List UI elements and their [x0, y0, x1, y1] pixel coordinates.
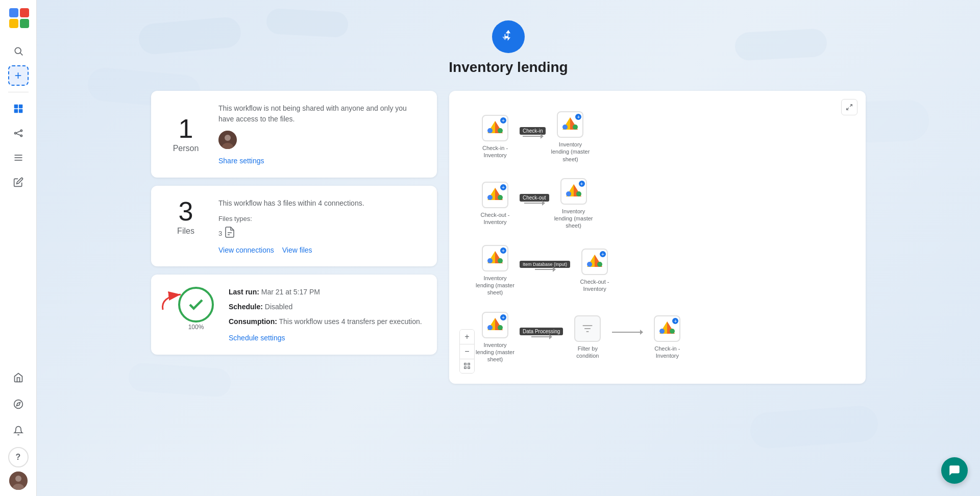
svg-rect-62: [464, 363, 467, 365]
wf-node-checkout-inventory: + Check-out - Inventory: [475, 182, 516, 226]
person-description: This workflow is not being shared with a…: [218, 103, 423, 125]
wf-node-icon-filter: [574, 315, 601, 342]
expand-button[interactable]: [841, 99, 857, 115]
dashboard-icon[interactable]: [8, 98, 29, 119]
wf-node-label-2: Inventory lending (master sheet): [550, 141, 591, 163]
help-icon[interactable]: ?: [8, 447, 29, 467]
svg-line-1: [20, 53, 22, 56]
add-button[interactable]: +: [8, 65, 29, 86]
svg-point-33: [562, 125, 568, 130]
wf-node-inventory-lending-1: + Inventory lending (master shee: [550, 111, 591, 163]
home-icon[interactable]: [8, 367, 29, 388]
workflow-row-2: + Check-out - Inventory: [475, 178, 840, 230]
files-links: View connections View files: [218, 246, 423, 254]
wf-arrow-2: Check-out: [520, 194, 549, 204]
svg-point-41: [566, 191, 571, 196]
person-card: 1 Person This workflow is not being shar…: [151, 91, 437, 178]
svg-point-6: [14, 132, 16, 134]
svg-point-29: [487, 128, 493, 133]
app-logo: [7, 6, 30, 29]
svg-rect-64: [464, 367, 467, 369]
svg-line-26: [847, 108, 849, 110]
cards-workflow-area: 1 Person This workflow is not being shar…: [151, 91, 866, 384]
svg-point-38: [498, 195, 503, 200]
files-card: 3 Files This workflow has 3 files within…: [151, 186, 437, 266]
svg-point-50: [597, 262, 602, 267]
schedule-settings-link[interactable]: Schedule settings: [229, 334, 285, 342]
wf-node-icon-2: +: [557, 111, 583, 138]
wf-node-label-7: Inventory lending (master sheet): [475, 341, 516, 363]
zoom-in-button[interactable]: +: [460, 330, 474, 344]
svg-point-54: [498, 325, 503, 330]
compass-icon[interactable]: [8, 394, 29, 414]
file-icon: [225, 227, 234, 240]
view-files-link[interactable]: View files: [282, 246, 312, 254]
svg-point-8: [20, 135, 22, 136]
svg-rect-2: [14, 105, 18, 109]
left-cards: 1 Person This workflow is not being shar…: [151, 91, 437, 355]
zoom-fit-button[interactable]: [460, 359, 474, 373]
svg-point-14: [14, 400, 22, 409]
svg-rect-3: [18, 105, 22, 109]
svg-point-37: [487, 195, 493, 200]
svg-rect-65: [468, 367, 470, 369]
wf-node-icon-6: +: [581, 249, 608, 275]
arrow-label-4: Data Processing: [520, 328, 563, 335]
last-run-value: Mar 21 at 5:17 PM: [261, 288, 320, 296]
wf-node-label-4: Inventory lending (master sheet): [553, 208, 594, 230]
wf-node-checkin-inventory-2: + Check-in - Inventory: [647, 315, 688, 360]
wf-node-checkout-inventory-2: + Check-out - Inventory: [574, 249, 615, 293]
svg-marker-15: [16, 402, 20, 406]
plus-badge-8: +: [671, 317, 679, 325]
schedule-value: Disabled: [265, 303, 292, 311]
wf-arrow-1: Check-in: [520, 127, 546, 137]
svg-point-20: [225, 135, 231, 141]
wf-node-icon-5: +: [482, 245, 508, 271]
consumption-value: This workflow uses 4 transfers per execu…: [279, 317, 422, 326]
last-run-row: Last run: Mar 21 at 5:17 PM: [229, 287, 423, 297]
svg-point-34: [573, 125, 578, 130]
bell-icon[interactable]: [8, 420, 29, 441]
connections-icon[interactable]: [8, 123, 29, 143]
workflow-row-3: + Inventory lending (master shee: [475, 245, 840, 296]
person-card-details: This workflow is not being shared with a…: [218, 103, 423, 165]
search-icon[interactable]: [8, 41, 29, 61]
wf-node-icon-7: +: [482, 312, 508, 338]
list-icon[interactable]: [8, 147, 29, 168]
user-avatar[interactable]: [9, 472, 28, 490]
svg-rect-5: [18, 109, 22, 113]
edit-icon[interactable]: [8, 172, 29, 192]
wf-node-icon-3: +: [482, 182, 508, 208]
wf-node-checkin-inventory-1: + Check-in - Inventory: [475, 115, 516, 159]
file-count-badge: 3: [218, 230, 222, 237]
page-title: Inventory lending: [449, 59, 568, 76]
consumption-label: Consumption:: [229, 317, 277, 326]
workflow-icon: [492, 20, 525, 53]
main-area: Inventory lending 1 Person This workflow…: [37, 0, 980, 496]
plus-badge-5: +: [499, 246, 507, 255]
arrow-line-4: [531, 336, 552, 337]
wf-node-label-3: Check-out - Inventory: [475, 211, 516, 226]
svg-point-45: [487, 258, 493, 263]
person-avatar: [218, 131, 237, 149]
svg-point-0: [15, 47, 21, 54]
svg-point-53: [487, 325, 493, 330]
schedule-row: Schedule: Disabled: [229, 302, 423, 312]
view-connections-link[interactable]: View connections: [218, 246, 274, 254]
share-settings-link[interactable]: Share settings: [218, 157, 264, 165]
wf-node-label-8: Check-in - Inventory: [647, 345, 688, 360]
page-header: Inventory lending: [449, 20, 568, 76]
svg-line-9: [16, 131, 20, 133]
wf-node-inventory-lending-4: + Inventory lending (master shee: [475, 312, 516, 363]
zoom-out-button[interactable]: −: [460, 344, 474, 359]
svg-point-42: [576, 191, 581, 196]
wf-arrow-5: [612, 332, 643, 333]
wf-node-inventory-lending-2: + Inventory lending (master shee: [553, 178, 594, 230]
wf-node-label-5: Inventory lending (master sheet): [475, 275, 516, 296]
files-label: Files: [177, 227, 194, 236]
sidebar: +: [0, 0, 37, 496]
plus-badge-1: +: [499, 116, 507, 125]
wf-node-icon-1: +: [482, 115, 508, 141]
plus-badge-3: +: [499, 183, 507, 191]
wf-arrow-4: Data Processing: [520, 328, 563, 337]
